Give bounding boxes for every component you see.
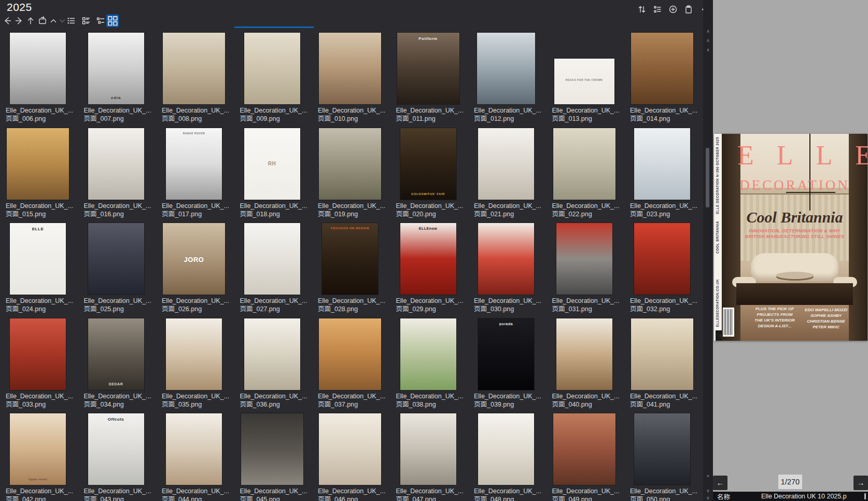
scroll-up-icon[interactable]: ∧ [705,38,711,43]
grid-item[interactable]: Elle_Decoration_UK_...页面_040.png [552,317,625,411]
vertical-scrollbar-thumb[interactable] [706,148,709,207]
thumbnail-image[interactable] [7,128,69,200]
thumbnail-image[interactable]: edra [88,33,144,104]
thumbnail-image[interactable]: porada [478,318,534,390]
grid-item[interactable]: Elle_Decoration_UK_...页面_027.png [240,222,313,315]
thumbnail-image[interactable]: ELLEnow [400,223,456,295]
grid-view-button[interactable] [106,15,119,27]
horizontal-scrollbar-thumb[interactable] [234,26,314,28]
grid-item[interactable]: poradaElle_Decoration_UK_...页面_039.png [474,317,547,411]
thumbnail-image[interactable]: JORO [163,223,225,295]
grid-item[interactable]: Elle_Decoration_UK_...页面_032.png [630,222,703,315]
thumbnail-image[interactable] [631,318,693,390]
scroll-down-icon[interactable]: ∨ [705,495,711,500]
thumbnail-image[interactable]: ELLE [10,223,66,295]
paste-button[interactable] [683,4,693,14]
thumbnail-image[interactable] [400,413,456,485]
thumbnail-image[interactable] [319,33,381,104]
grid-item[interactable]: Elle_Decoration_UK_...页面_008.png [162,32,234,125]
sort-button[interactable] [637,4,647,14]
thumbnail-image[interactable]: REACH FOR THE CROWN [554,59,614,104]
grid-item[interactable]: Elle_Decoration_UK_...页面_016.png [84,127,157,220]
thumbnail-image[interactable] [553,128,615,200]
grid-item[interactable]: Elle_Decoration_UK_...页面_047.png [396,412,469,501]
forward-button[interactable] [14,16,24,25]
thumbnail-image[interactable] [556,318,612,390]
thumbnail-image[interactable] [166,413,222,485]
thumbnail-image[interactable] [241,413,303,485]
grid-item[interactable]: Elle_Decoration_UK_...页面_046.png [318,412,390,501]
previous-page-button[interactable]: ← [713,476,727,490]
thumbnail-image[interactable]: FOCUS/25 ON DESIGN [322,223,378,295]
grid-item[interactable]: Elle_Decoration_UK_...页面_049.png [552,412,625,501]
panel-close-icon[interactable]: × [705,474,711,479]
thumbnail-image[interactable] [477,33,535,104]
thumbnail-image[interactable]: DEDAR [88,318,144,390]
grid-item[interactable]: ligne rosetElle_Decoration_UK_...页面_042.… [6,412,78,501]
grid-item[interactable]: Elle_Decoration_UK_...页面_031.png [552,222,625,315]
grid-item[interactable]: Elle_Decoration_UK_...页面_010.png [318,32,390,125]
tiles-view-button[interactable] [81,16,91,25]
grid-item[interactable]: Elle_Decoration_UK_...页面_030.png [474,222,547,315]
thumbnail-image[interactable] [478,128,534,200]
grid-item[interactable]: Elle_Decoration_UK_...页面_015.png [6,127,78,220]
thumbnail-image[interactable]: RH [244,128,300,200]
thumbnail-image[interactable] [556,223,612,295]
grid-item[interactable]: Elle_Decoration_UK_...页面_009.png [240,32,313,125]
next-page-button[interactable]: → [853,476,868,490]
thumbnail-image[interactable] [319,128,381,200]
grid-item[interactable]: Elle_Decoration_UK_...页面_038.png [396,317,469,411]
thumbnail-image[interactable] [244,223,300,295]
grid-item[interactable]: RHElle_Decoration_UK_...页面_018.png [240,127,313,220]
thumbnail-image[interactable]: Offcuts [88,413,144,485]
grid-item[interactable]: Elle_Decoration_UK_...页面_023.png [630,127,703,220]
up-button[interactable] [25,16,35,25]
grid-item[interactable]: Elle_Decoration_UK_...页面_012.png [474,32,547,125]
grid-item[interactable]: Elle_Decoration_UK_...页面_045.png [240,412,313,501]
grid-item[interactable]: Elle_Decoration_UK_...页面_019.png [318,127,390,220]
thumbnail-image[interactable] [244,33,300,104]
details-view-button[interactable] [95,16,105,25]
thumbnail-image[interactable] [244,318,300,390]
thumbnail-image[interactable] [478,413,534,485]
checklist-button[interactable] [652,4,662,14]
thumbnail-image[interactable] [10,33,66,104]
thumbnail-image[interactable]: RANGE ROVER [166,128,222,200]
back-button[interactable] [2,16,12,25]
thumbnail-image[interactable] [319,413,381,485]
thumbnail-image[interactable] [634,413,690,485]
thumbnail-image[interactable] [88,128,144,200]
scroll-up-icon[interactable]: ∧ [705,47,711,52]
refresh-button[interactable] [37,16,47,25]
grid-item[interactable]: Elle_Decoration_UK_...页面_037.png [318,317,390,411]
thumbnail-image[interactable]: Poliform [397,33,459,104]
grid-item[interactable]: Elle_Decoration_UK_...页面_014.png [630,32,703,125]
thumbnail-image[interactable] [478,223,534,295]
add-button[interactable] [668,4,678,14]
grid-item[interactable]: OffcutsElle_Decoration_UK_...页面_043.png [84,412,157,501]
thumbnail-image[interactable] [553,413,615,485]
thumbnail-image[interactable]: GOLDSMITHS' FAIR [400,128,456,200]
grid-item[interactable]: edraElle_Decoration_UK_...页面_007.png [84,32,157,125]
thumbnail-image[interactable] [634,128,690,200]
thumbnail-image[interactable] [10,318,66,390]
grid-item[interactable]: ELLEnowElle_Decoration_UK_...页面_029.png [396,222,469,315]
grid-item[interactable]: DEDARElle_Decoration_UK_...页面_034.png [84,317,157,411]
scroll-up-icon[interactable]: ∧ [705,29,711,34]
grid-item[interactable]: FOCUS/25 ON DESIGNElle_Decoration_UK_...… [318,222,390,315]
grid-item[interactable]: REACH FOR THE CROWNElle_Decoration_UK_..… [552,32,625,125]
thumbnail-image[interactable] [400,318,456,390]
thumbnail-image[interactable] [163,33,225,104]
grid-item[interactable]: Elle_Decoration_UK_...页面_021.png [474,127,547,220]
grid-item[interactable]: Elle_Decoration_UK_...页面_044.png [162,412,234,501]
grid-item[interactable]: Elle_Decoration_UK_...页面_048.png [474,412,547,501]
grid-item[interactable]: JOROElle_Decoration_UK_...页面_026.png [162,222,234,315]
grid-item[interactable]: ELLEElle_Decoration_UK_...页面_024.png [6,222,78,315]
list-view-button[interactable] [66,16,76,25]
grid-item[interactable]: Elle_Decoration_UK_...页面_041.png [630,317,703,411]
status-mini-scrollbar[interactable] [864,493,866,499]
grid-item[interactable]: Elle_Decoration_UK_...页面_025.png [84,222,157,315]
grid-item[interactable]: Elle_Decoration_UK_...页面_022.png [552,127,625,220]
grid-item[interactable]: Elle_Decoration_UK_...页面_050.png [630,412,703,501]
grid-item[interactable]: Elle_Decoration_UK_...页面_035.png [162,317,234,411]
